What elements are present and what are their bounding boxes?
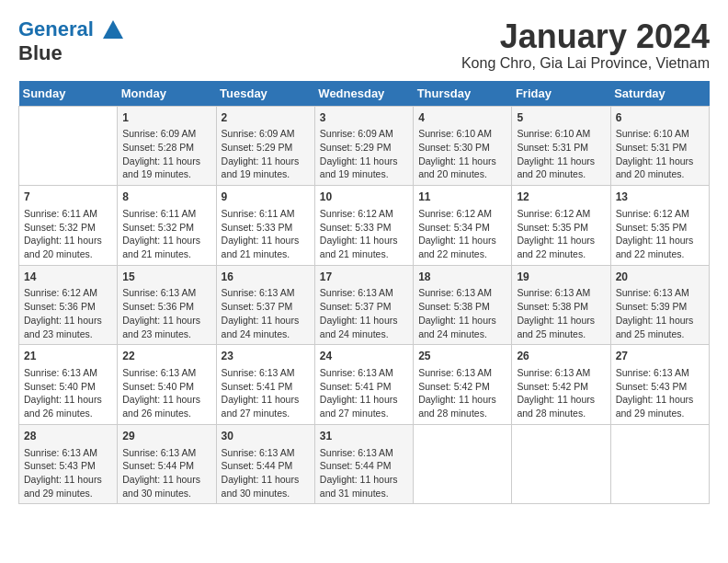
calendar-cell: 11Sunrise: 6:12 AMSunset: 5:34 PMDayligh… [414, 186, 512, 266]
day-number: 15 [122, 270, 210, 285]
cell-content-line: Daylight: 11 hours [222, 234, 310, 247]
calendar-cell: 14Sunrise: 6:12 AMSunset: 5:36 PMDayligh… [19, 265, 118, 345]
cell-content-line: and 22 minutes. [418, 247, 506, 261]
calendar-cell: 20Sunrise: 6:13 AMSunset: 5:39 PMDayligh… [610, 265, 709, 345]
calendar-cell [610, 424, 709, 504]
col-header-monday: Monday [118, 81, 216, 107]
cell-content-line: Sunrise: 6:13 AM [320, 446, 408, 460]
day-number: 19 [517, 270, 605, 285]
cell-content-line: Daylight: 11 hours [320, 155, 408, 168]
cell-content-line: and 21 minutes. [320, 247, 408, 261]
calendar-cell [414, 424, 512, 504]
day-number: 20 [616, 270, 704, 285]
calendar-week-row: 21Sunrise: 6:13 AMSunset: 5:40 PMDayligh… [19, 345, 710, 425]
calendar-cell: 22Sunrise: 6:13 AMSunset: 5:40 PMDayligh… [118, 345, 216, 425]
day-number: 27 [616, 349, 704, 364]
calendar-cell: 5Sunrise: 6:10 AMSunset: 5:31 PMDaylight… [512, 106, 610, 186]
cell-content-line: and 21 minutes. [122, 247, 210, 261]
calendar-cell: 10Sunrise: 6:12 AMSunset: 5:33 PMDayligh… [314, 186, 413, 266]
col-header-saturday: Saturday [610, 81, 709, 107]
day-number: 2 [222, 110, 310, 126]
calendar-subtitle: Kong Chro, Gia Lai Province, Vietnam [461, 55, 710, 72]
cell-content-line: and 23 minutes. [24, 327, 112, 341]
cell-content-line: Sunset: 5:37 PM [320, 300, 408, 314]
calendar-cell: 30Sunrise: 6:13 AMSunset: 5:44 PMDayligh… [216, 424, 314, 504]
calendar-cell: 31Sunrise: 6:13 AMSunset: 5:44 PMDayligh… [314, 424, 413, 504]
day-number: 14 [24, 270, 112, 285]
cell-content-line: Daylight: 11 hours [616, 155, 704, 168]
cell-content-line: Sunrise: 6:13 AM [517, 286, 605, 300]
cell-content-line: Sunrise: 6:13 AM [24, 446, 112, 460]
cell-content-line: Sunset: 5:31 PM [616, 141, 704, 155]
svg-marker-0 [103, 20, 123, 39]
cell-content-line: Sunrise: 6:11 AM [24, 207, 112, 221]
calendar-week-row: 1Sunrise: 6:09 AMSunset: 5:28 PMDaylight… [19, 106, 710, 186]
day-number: 22 [122, 349, 210, 364]
day-number: 31 [320, 429, 408, 444]
cell-content-line: Daylight: 11 hours [517, 234, 605, 247]
calendar-cell: 28Sunrise: 6:13 AMSunset: 5:43 PMDayligh… [19, 424, 118, 504]
page-header: General Blue January 2024 Kong Chro, Gia… [18, 18, 710, 72]
col-header-sunday: Sunday [19, 81, 118, 107]
day-number: 12 [517, 190, 605, 205]
calendar-cell: 21Sunrise: 6:13 AMSunset: 5:40 PMDayligh… [19, 345, 118, 425]
cell-content-line: Daylight: 11 hours [24, 473, 112, 487]
day-number: 18 [418, 270, 506, 285]
cell-content-line: Sunset: 5:35 PM [517, 221, 605, 235]
day-number: 28 [24, 429, 112, 444]
cell-content-line: and 19 minutes. [222, 167, 310, 181]
cell-content-line: Daylight: 11 hours [616, 234, 704, 247]
cell-content-line: Sunset: 5:29 PM [320, 141, 408, 155]
cell-content-line: and 22 minutes. [517, 247, 605, 261]
cell-content-line: and 28 minutes. [517, 407, 605, 420]
cell-content-line: Sunrise: 6:13 AM [222, 366, 310, 380]
cell-content-line: Daylight: 11 hours [418, 155, 506, 168]
cell-content-line: Daylight: 11 hours [517, 314, 605, 327]
cell-content-line: Sunset: 5:44 PM [320, 459, 408, 473]
calendar-cell [19, 106, 118, 186]
cell-content-line: Sunset: 5:41 PM [320, 380, 408, 394]
cell-content-line: Daylight: 11 hours [122, 314, 210, 327]
cell-content-line: Sunset: 5:44 PM [222, 459, 310, 473]
cell-content-line: and 24 minutes. [222, 327, 310, 341]
cell-content-line: Daylight: 11 hours [122, 155, 210, 168]
cell-content-line: Sunrise: 6:11 AM [222, 207, 310, 221]
calendar-cell: 1Sunrise: 6:09 AMSunset: 5:28 PMDaylight… [118, 106, 216, 186]
cell-content-line: Sunrise: 6:12 AM [517, 207, 605, 221]
day-number: 21 [24, 349, 112, 364]
calendar-table: SundayMondayTuesdayWednesdayThursdayFrid… [18, 81, 710, 505]
cell-content-line: and 20 minutes. [24, 247, 112, 261]
cell-content-line: Daylight: 11 hours [320, 473, 408, 487]
cell-content-line: Daylight: 11 hours [320, 234, 408, 247]
cell-content-line: Daylight: 11 hours [122, 393, 210, 407]
cell-content-line: and 21 minutes. [222, 247, 310, 261]
cell-content-line: Daylight: 11 hours [418, 393, 506, 407]
col-header-tuesday: Tuesday [216, 81, 314, 107]
cell-content-line: Sunset: 5:38 PM [517, 300, 605, 314]
cell-content-line: Sunset: 5:33 PM [320, 221, 408, 235]
logo-line1: General [18, 17, 94, 40]
cell-content-line: Sunrise: 6:13 AM [320, 366, 408, 380]
cell-content-line: Sunset: 5:34 PM [418, 221, 506, 235]
cell-content-line: and 29 minutes. [616, 407, 704, 420]
cell-content-line: Sunrise: 6:11 AM [122, 207, 210, 221]
cell-content-line: and 19 minutes. [122, 167, 210, 181]
cell-content-line: and 20 minutes. [616, 167, 704, 181]
cell-content-line: Daylight: 11 hours [616, 314, 704, 327]
cell-content-line: Daylight: 11 hours [24, 393, 112, 407]
cell-content-line: Sunrise: 6:12 AM [418, 207, 506, 221]
col-header-friday: Friday [512, 81, 610, 107]
cell-content-line: and 25 minutes. [517, 327, 605, 341]
calendar-cell [512, 424, 610, 504]
cell-content-line: Sunset: 5:36 PM [24, 300, 112, 314]
cell-content-line: Daylight: 11 hours [418, 314, 506, 327]
day-number: 13 [616, 190, 704, 205]
calendar-cell: 29Sunrise: 6:13 AMSunset: 5:44 PMDayligh… [118, 424, 216, 504]
cell-content-line: Sunset: 5:39 PM [616, 300, 704, 314]
cell-content-line: Sunrise: 6:13 AM [320, 286, 408, 300]
day-number: 1 [122, 110, 210, 126]
cell-content-line: Daylight: 11 hours [222, 473, 310, 487]
day-number: 11 [418, 190, 506, 205]
cell-content-line: Sunset: 5:31 PM [517, 141, 605, 155]
cell-content-line: and 31 minutes. [320, 487, 408, 500]
